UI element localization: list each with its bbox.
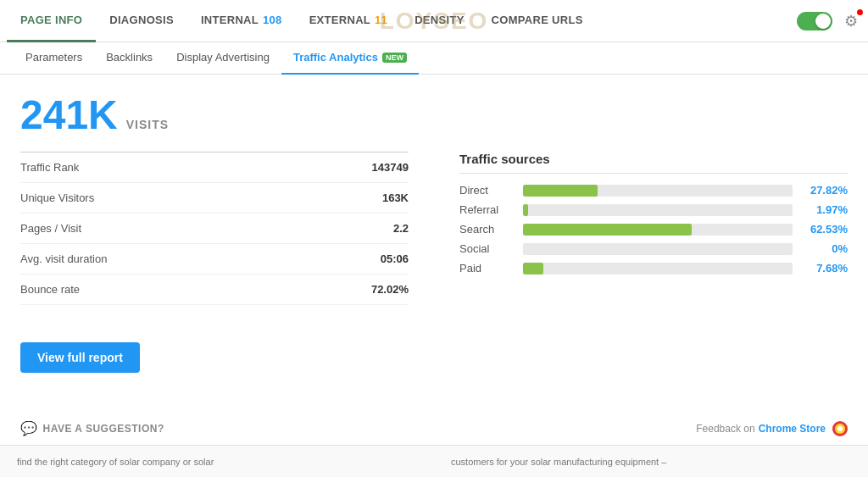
external-badge: 11 — [375, 14, 387, 26]
bar-container-direct — [523, 185, 793, 197]
gear-icon-wrapper: ⚙ — [841, 11, 861, 31]
tab-external[interactable]: EXTERNAL 11 — [296, 0, 402, 42]
stat-row-avg-duration: Avg. visit duration 05:06 — [20, 244, 409, 275]
bar-container-social — [523, 243, 793, 255]
stat-row-traffic-rank: Traffic Rank 143749 — [20, 153, 409, 183]
source-row-social: Social 0% — [459, 242, 848, 255]
left-stats: Traffic Rank 143749 Unique Visitors 163K… — [20, 152, 409, 373]
stat-label: Pages / Visit — [20, 222, 81, 235]
stat-label: Bounce rate — [20, 283, 80, 296]
bar-container-referral — [523, 204, 793, 216]
stat-row-pages-visit: Pages / Visit 2.2 — [20, 214, 409, 244]
new-badge: NEW — [382, 53, 407, 63]
tab-compare-urls[interactable]: COMPARE URLS — [478, 0, 597, 42]
stat-label: Unique Visitors — [20, 191, 94, 204]
bar-fill-search — [523, 224, 692, 236]
chrome-icon — [832, 421, 848, 436]
stat-row-bounce-rate: Bounce rate 72.02% — [20, 275, 409, 305]
source-pct-social: 0% — [801, 242, 848, 255]
suggestion-icon: 💬 — [20, 420, 38, 436]
view-full-report-button[interactable]: View full report — [20, 342, 140, 373]
nav-bar: PAGE INFO DIAGNOSIS INTERNAL 108 EXTERNA… — [0, 0, 868, 42]
page-snippet: find the right category of solar company… — [0, 445, 868, 477]
stat-value: 72.02% — [371, 283, 409, 296]
source-row-referral: Referral 1.97% — [459, 203, 848, 216]
source-label-paid: Paid — [459, 262, 515, 275]
stat-label: Traffic Rank — [20, 161, 79, 174]
snippet-right: customers for your solar manufacturing e… — [434, 457, 868, 467]
stat-row-unique-visitors: Unique Visitors 163K — [20, 183, 409, 214]
tab-diagnosis[interactable]: DIAGNOSIS — [96, 0, 187, 42]
suggestion-link[interactable]: 💬 HAVE A SUGGESTION? — [20, 420, 164, 436]
bar-fill-referral — [523, 204, 528, 216]
svg-point-2 — [837, 426, 843, 431]
snippet-left: find the right category of solar company… — [0, 457, 434, 467]
bar-fill-direct — [523, 185, 598, 197]
sub-tabs: Parameters Backlinks Display Advertising… — [0, 42, 868, 75]
gear-icon[interactable]: ⚙ — [841, 11, 861, 31]
feedback-text: Feedback on — [696, 423, 754, 435]
bar-container-paid — [523, 263, 793, 275]
visits-section: 241K VISITS — [20, 92, 848, 138]
stats-grid: Traffic Rank 143749 Unique Visitors 163K… — [20, 152, 848, 373]
source-label-direct: Direct — [459, 184, 515, 197]
source-label-social: Social — [459, 242, 515, 255]
tab-page-info[interactable]: PAGE INFO — [7, 0, 96, 42]
tab-density[interactable]: DENSITY — [401, 0, 477, 42]
visits-number: 241K — [20, 92, 118, 138]
subtab-parameters[interactable]: Parameters — [14, 42, 94, 75]
toggle-switch[interactable] — [797, 12, 832, 31]
stat-label: Avg. visit duration — [20, 252, 107, 265]
bar-fill-paid — [523, 263, 543, 275]
visits-label: VISITS — [126, 118, 169, 131]
bottom-bar: 💬 HAVE A SUGGESTION? Feedback on Chrome … — [0, 412, 868, 445]
subtab-traffic-analytics[interactable]: Traffic Analytics NEW — [281, 42, 419, 75]
traffic-sources-title: Traffic sources — [459, 152, 848, 174]
source-pct-referral: 1.97% — [801, 203, 848, 216]
stat-value: 2.2 — [393, 222, 409, 235]
nav-right-controls: ⚙ — [797, 11, 861, 31]
chrome-store-link[interactable]: Chrome Store — [759, 423, 826, 435]
main-content: 241K VISITS Traffic Rank 143749 Unique V… — [0, 75, 868, 390]
bar-container-search — [523, 224, 793, 236]
stat-value: 05:06 — [381, 252, 409, 265]
subtab-backlinks[interactable]: Backlinks — [94, 42, 164, 75]
tab-internal[interactable]: INTERNAL 108 — [187, 0, 296, 42]
stat-value: 163K — [382, 191, 409, 204]
source-row-direct: Direct 27.82% — [459, 184, 848, 197]
source-pct-search: 62.53% — [801, 223, 848, 236]
source-label-search: Search — [459, 223, 515, 236]
suggestion-label: HAVE A SUGGESTION? — [43, 423, 164, 435]
feedback-section: Feedback on Chrome Store — [696, 421, 848, 436]
stat-value: 143749 — [372, 161, 409, 174]
subtab-display-advertising[interactable]: Display Advertising — [164, 42, 281, 75]
source-row-paid: Paid 7.68% — [459, 262, 848, 275]
source-pct-direct: 27.82% — [801, 184, 848, 197]
internal-badge: 108 — [263, 14, 282, 26]
traffic-sources: Traffic sources Direct 27.82% Referral 1… — [459, 152, 848, 373]
source-row-search: Search 62.53% — [459, 223, 848, 236]
source-pct-paid: 7.68% — [801, 262, 848, 275]
source-label-referral: Referral — [459, 203, 515, 216]
